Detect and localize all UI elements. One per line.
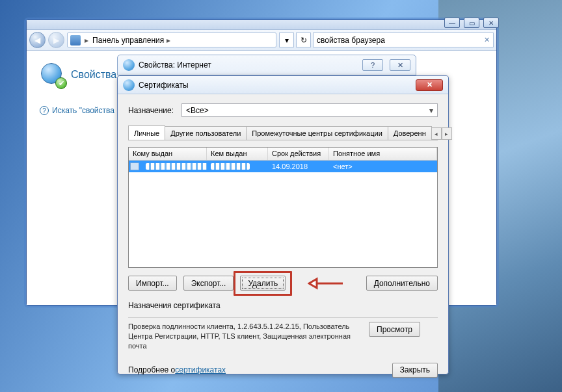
close-button[interactable]: ✕ — [416, 79, 443, 91]
list-header: Кому выдан Кем выдан Срок действия Понят… — [129, 148, 437, 161]
cell-friendly: <нет> — [329, 161, 437, 172]
internet-options-icon: ✔ — [40, 62, 66, 88]
breadcrumb[interactable]: ▸ Панель управления — [67, 33, 276, 47]
import-button[interactable]: Импорт... — [128, 276, 177, 291]
annotation-highlight: Удалить — [234, 271, 292, 296]
breadcrumb-item[interactable]: Панель управления — [92, 36, 173, 45]
remove-button[interactable]: Удалить — [240, 276, 286, 291]
purpose-select[interactable]: <Все> ▾ — [181, 103, 438, 117]
col-issued-by[interactable]: Кем выдан — [207, 148, 268, 160]
purpose-value: <Все> — [186, 106, 209, 115]
help-button[interactable]: ? — [362, 59, 383, 71]
tab-personal[interactable]: Личные — [128, 125, 165, 140]
list-item[interactable]: 14.09.2018 <нет> — [129, 161, 437, 172]
advanced-button[interactable]: Дополнительно — [366, 276, 438, 291]
chevron-down-icon: ▾ — [429, 106, 433, 115]
col-issued-to[interactable]: Кому выдан — [129, 148, 207, 160]
col-friendly[interactable]: Понятное имя — [329, 148, 437, 160]
minimize-button[interactable]: — — [444, 18, 460, 28]
cert-item-icon — [130, 163, 139, 170]
more-prefix: Подробнее о — [128, 365, 175, 374]
assign-text: Проверка подлинности клиента, 1.2.643.5.… — [128, 322, 362, 351]
redacted-text — [146, 163, 207, 170]
certificate-list[interactable]: Кому выдан Кем выдан Срок действия Понят… — [128, 147, 438, 268]
tab-intermediate-ca[interactable]: Промежуточные центры сертификации — [246, 126, 388, 140]
internet-properties-dialog: Свойства: Интернет ? ✕ — [117, 55, 416, 75]
titlebar — [27, 20, 496, 30]
nav-bar: ◀ ▶ ▸ Панель управления ▾ ↻ свойства бра… — [27, 30, 496, 51]
refresh-button[interactable]: ↻ — [296, 33, 311, 47]
back-button[interactable]: ◀ — [29, 32, 46, 48]
control-panel-icon — [70, 35, 81, 46]
dialog-title: Свойства: Интернет — [139, 60, 211, 70]
close-button[interactable]: ✕ — [390, 59, 410, 71]
view-button[interactable]: Просмотр — [369, 322, 420, 337]
close-dialog-button[interactable]: Закрыть — [392, 363, 438, 378]
maximize-button[interactable]: ▭ — [464, 18, 479, 28]
tab-trusted[interactable]: Доверенн — [388, 126, 432, 140]
tab-scroll-left[interactable]: ◂ — [431, 127, 442, 140]
assign-label: Назначения сертификата — [128, 301, 438, 310]
export-button[interactable]: Экспорт... — [183, 276, 234, 291]
divider — [128, 311, 438, 318]
tab-scroll-right[interactable]: ▸ — [442, 127, 452, 140]
forward-button[interactable]: ▶ — [48, 32, 64, 48]
titlebar: Сертификаты ✕ — [118, 76, 448, 94]
close-button[interactable]: ✕ — [483, 18, 499, 28]
dialog-title: Сертификаты — [139, 81, 189, 90]
help-icon: ? — [40, 106, 49, 115]
cert-icon — [123, 79, 135, 91]
globe-icon — [123, 59, 135, 71]
clear-search-icon[interactable]: ✕ — [484, 36, 490, 44]
search-input[interactable]: свойства браузера ✕ — [313, 33, 494, 47]
col-expires[interactable]: Срок действия — [268, 148, 329, 160]
purpose-label: Назначение: — [128, 106, 174, 115]
more-link[interactable]: сертификатах — [175, 365, 226, 374]
page-title: Свойства — [71, 69, 116, 81]
cell-expires: 14.09.2018 — [268, 161, 329, 172]
search-help-text: Искать "свойства — [52, 106, 114, 115]
tab-other-users[interactable]: Другие пользователи — [165, 126, 247, 140]
annotation-arrow — [308, 276, 344, 291]
redacted-text — [211, 163, 250, 170]
tab-strip: Личные Другие пользователи Промежуточные… — [128, 126, 438, 140]
search-text: свойства браузера — [317, 36, 385, 45]
certificates-dialog: Сертификаты ✕ Назначение: <Все> ▾ Личные… — [117, 75, 449, 374]
nav-dropdown-button[interactable]: ▾ — [279, 33, 294, 47]
